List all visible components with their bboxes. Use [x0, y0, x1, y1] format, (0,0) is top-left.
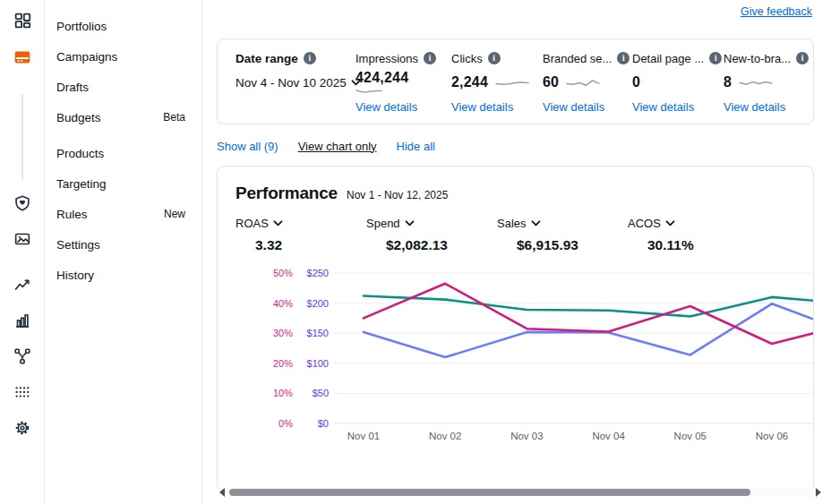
sidebar-item-history[interactable]: History: [56, 260, 201, 290]
summary-card-impressions: Impressionsi424,244View details: [355, 50, 451, 115]
summary-value: 424,244: [355, 70, 408, 86]
info-icon[interactable]: i: [424, 52, 436, 64]
creative-images-icon: [13, 229, 32, 249]
sidebar-item-portfolios[interactable]: Portfolios: [56, 11, 201, 41]
sparkline: [566, 77, 600, 89]
view-details-link[interactable]: View details: [355, 100, 417, 114]
x-axis-label: Nov 06: [756, 431, 788, 441]
summary-card-branded-se: Branded se...i60View details: [543, 50, 632, 115]
summary-label-row: Date rangei: [235, 50, 355, 66]
chevron-down-icon: [665, 220, 675, 226]
rail-item-shield-heart[interactable]: [12, 192, 33, 214]
metric-value: 3.32: [255, 237, 366, 253]
sparkline: [355, 87, 382, 95]
y-axis-tick-usd: $100: [307, 358, 329, 369]
performance-card: Performance Nov 1 - Nov 12, 2025 ROAS3.3…: [217, 166, 814, 491]
y-axis-tick-percent: 0%: [278, 418, 293, 429]
summary-value: 60: [543, 74, 559, 90]
horizontal-scrollbar[interactable]: [219, 487, 821, 498]
performance-title: Performance: [235, 184, 338, 203]
scroll-left-icon[interactable]: [219, 488, 225, 497]
sparkline: [495, 77, 529, 89]
summary-card-date-range: Date rangeiNov 4 - Nov 10 2025: [235, 50, 355, 115]
toolbar-link-hide-all[interactable]: Hide all: [397, 140, 435, 153]
metric-label: Sales: [497, 217, 527, 230]
dashboard-grid-icon: [13, 11, 32, 30]
summary-value-area: Nov 4 - Nov 10 2025: [235, 66, 355, 98]
scroll-right-icon[interactable]: [816, 488, 821, 497]
rail-item-dashboard-grid[interactable]: [12, 10, 33, 31]
scrollbar-thumb[interactable]: [229, 489, 750, 496]
view-details-link[interactable]: View details: [632, 100, 694, 114]
x-axis-label: Nov 02: [429, 431, 461, 441]
sidebar-item-label: History: [56, 269, 94, 282]
rail-item-campaigns-card-active[interactable]: [12, 47, 33, 68]
rail-item-bar-chart[interactable]: [12, 310, 33, 331]
bar-chart-icon: [13, 311, 32, 330]
metric-column-roas: ROAS3.32: [235, 217, 366, 253]
give-feedback-link[interactable]: Give feedback: [741, 5, 812, 18]
rail-item-experiment-network[interactable]: [12, 346, 33, 367]
y-axis-tick-percent: 10%: [273, 388, 293, 398]
sidebar-item-drafts[interactable]: Drafts: [56, 72, 201, 102]
acos-line: [364, 284, 814, 344]
info-icon[interactable]: i: [488, 52, 501, 64]
scrollbar-track[interactable]: [227, 488, 813, 497]
sales-line: [364, 296, 814, 317]
rail-item-trend-line[interactable]: [12, 274, 33, 295]
metric-column-acos: ACOS30.11%: [628, 217, 758, 253]
y-axis-tick-percent: 20%: [273, 358, 293, 369]
metric-value: 30.11%: [647, 237, 758, 253]
metric-dropdown-roas[interactable]: ROAS: [235, 217, 366, 230]
chevron-down-icon: [405, 220, 415, 226]
date-range-selector[interactable]: Nov 4 - Nov 10 2025: [235, 76, 361, 90]
summary-label-row: Impressionsi: [355, 50, 451, 66]
y-axis-tick-percent: 30%: [273, 328, 293, 338]
icon-rail: [0, 0, 45, 504]
toolbar-link-show-all-9[interactable]: Show all (9): [217, 140, 278, 153]
trend-line-icon: [13, 275, 32, 295]
sidebar-item-products[interactable]: Products: [56, 138, 201, 168]
summary-metrics-row: Date rangeiNov 4 - Nov 10 2025Impression…: [235, 50, 814, 115]
view-details-link[interactable]: View details: [543, 100, 604, 114]
sidebar-item-targeting[interactable]: Targeting: [56, 168, 201, 199]
sidebar-item-rules[interactable]: RulesNew: [56, 199, 201, 229]
settings-gear-icon: [13, 418, 32, 438]
summary-card-new-to-bra: New-to-bra...i8View details: [724, 50, 814, 115]
toolbar-link-view-chart-only[interactable]: View chart only: [298, 140, 377, 153]
metric-dropdown-acos[interactable]: ACOS: [628, 217, 758, 230]
y-axis-tick-usd: $200: [307, 298, 329, 309]
summary-value-area: 8: [724, 66, 814, 98]
metric-column-spend: Spend$2,082.13: [366, 217, 497, 253]
experiment-network-icon: [13, 346, 32, 366]
sidebar-item-budgets[interactable]: BudgetsBeta: [56, 102, 201, 132]
summary-value: 8: [724, 74, 732, 90]
info-icon[interactable]: i: [304, 52, 316, 64]
summary-card-detail-page: Detail page ...i0View details: [632, 50, 724, 115]
info-icon[interactable]: i: [796, 52, 809, 64]
sidebar-item-label: Settings: [56, 238, 100, 252]
view-details-link[interactable]: View details: [724, 100, 785, 114]
info-icon[interactable]: i: [709, 52, 722, 64]
chart-toolbar: Show all (9)View chart onlyHide all: [217, 138, 822, 154]
summary-value-area: 2,244: [451, 66, 543, 98]
summary-value-area: 0: [632, 66, 724, 98]
info-icon[interactable]: i: [617, 52, 629, 64]
rail-item-apps-grid[interactable]: [12, 381, 33, 403]
y-axis-tick-usd: $50: [313, 388, 329, 398]
y-axis-tick-usd: $150: [307, 328, 329, 338]
metric-dropdown-spend[interactable]: Spend: [366, 217, 497, 230]
apps-grid-icon: [13, 382, 32, 402]
main-content: Give feedback Date rangeiNov 4 - Nov 10 …: [202, 0, 822, 504]
summary-value: 0: [632, 74, 640, 90]
metric-dropdown-sales[interactable]: Sales: [497, 217, 628, 230]
rail-item-creative-images[interactable]: [12, 228, 33, 250]
summary-label: Clicks: [451, 52, 483, 65]
sidebar-nav: PortfoliosCampaignsDraftsBudgetsBetaProd…: [45, 0, 202, 504]
x-axis-label: Nov 05: [674, 431, 706, 441]
x-axis-label: Nov 01: [347, 431, 380, 441]
sidebar-item-settings[interactable]: Settings: [56, 229, 201, 260]
sidebar-item-campaigns[interactable]: Campaigns: [56, 41, 201, 72]
view-details-link[interactable]: View details: [451, 100, 513, 114]
rail-item-settings-gear[interactable]: [12, 417, 33, 439]
